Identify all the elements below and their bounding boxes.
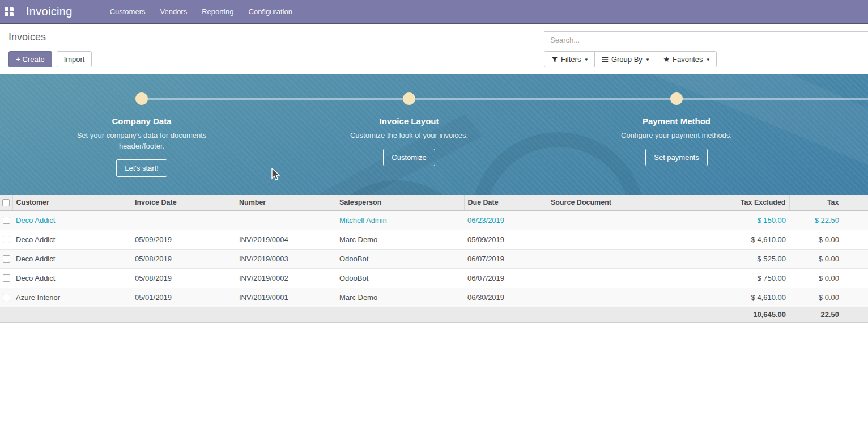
cell-customer: Deco Addict xyxy=(12,249,131,268)
favorites-button[interactable]: ★ Favorites ▾ xyxy=(656,51,717,67)
chevron-down-icon: ▾ xyxy=(707,57,710,62)
filters-button[interactable]: Filters ▾ xyxy=(544,51,595,67)
filter-icon xyxy=(551,56,558,63)
footer-total-due_date xyxy=(464,307,547,322)
cell-source_document xyxy=(547,249,692,268)
cell-spacer xyxy=(843,288,868,307)
column-header-source_document[interactable]: Source Document xyxy=(547,195,692,210)
step-title: Company Data xyxy=(51,116,232,126)
cell-select[interactable] xyxy=(0,268,12,288)
cell-invoice_date: 05/08/2019 xyxy=(131,249,236,268)
cell-salesperson: Marc Demo xyxy=(336,288,464,307)
app-title[interactable]: Invoicing xyxy=(26,5,73,18)
onboarding-step-payment-method: Payment Method Configure your payment me… xyxy=(586,74,767,166)
cell-tax_excluded: $ 4,610.00 xyxy=(692,288,789,307)
cell-salesperson: OdooBot xyxy=(336,249,464,268)
cell-spacer xyxy=(843,230,868,249)
cell-tax: $ 0.00 xyxy=(789,230,843,249)
cell-select[interactable] xyxy=(0,249,12,268)
onboarding-step-invoice-layout: Invoice Layout Customize the look of you… xyxy=(318,74,500,166)
step-dot-icon xyxy=(670,92,683,105)
cell-tax_excluded: $ 150.00 xyxy=(692,210,789,230)
footer-total-source_document xyxy=(547,307,692,322)
cell-invoice_date: 05/08/2019 xyxy=(131,268,236,288)
column-header-invoice_date[interactable]: Invoice Date xyxy=(131,195,236,210)
menu-customers[interactable]: Customers xyxy=(104,0,151,23)
cell-due_date: 06/23/2019 xyxy=(464,210,547,230)
invoice-row[interactable]: Deco Addict05/09/2019INV/2019/0004Marc D… xyxy=(0,230,868,249)
step-title: Invoice Layout xyxy=(318,116,500,126)
step-description: Set your company's data for documents he… xyxy=(51,130,232,152)
step-dot-icon xyxy=(403,92,415,105)
select-all-header[interactable] xyxy=(0,195,12,210)
step-description: Configure your payment methods. xyxy=(586,130,767,141)
cell-select[interactable] xyxy=(0,230,12,249)
cell-due_date: 06/07/2019 xyxy=(464,268,547,288)
apps-menu-icon[interactable] xyxy=(5,7,14,16)
cell-source_document xyxy=(547,230,692,249)
cell-spacer xyxy=(843,268,868,288)
page-title: Invoices xyxy=(8,31,46,43)
cell-salesperson: Marc Demo xyxy=(336,230,464,249)
footer-total-select xyxy=(0,307,12,322)
cell-tax: $ 0.00 xyxy=(789,268,843,288)
onboarding-banner: Company Data Set your company's data for… xyxy=(0,74,868,195)
cell-tax: $ 0.00 xyxy=(789,249,843,268)
cell-source_document xyxy=(547,210,692,230)
step-description: Customize the look of your invoices. xyxy=(318,130,500,141)
row-checkbox[interactable] xyxy=(3,294,10,301)
row-checkbox[interactable] xyxy=(3,236,10,243)
cell-invoice_date xyxy=(131,210,236,230)
footer-total-spacer xyxy=(843,307,868,322)
cell-source_document xyxy=(547,268,692,288)
cell-number: INV/2019/0001 xyxy=(236,288,336,307)
search-input[interactable] xyxy=(544,31,868,48)
menu-configuration[interactable]: Configuration xyxy=(243,0,298,23)
set-payments-button[interactable]: Set payments xyxy=(645,149,708,166)
onboarding-step-company-data: Company Data Set your company's data for… xyxy=(51,74,232,177)
control-panel: Invoices +Create Import Filters ▾ Group … xyxy=(0,24,868,74)
column-header-customer[interactable]: Customer xyxy=(12,195,131,210)
cell-select[interactable] xyxy=(0,288,12,307)
footer-total-invoice_date xyxy=(131,307,236,322)
column-header-salesperson[interactable]: Salesperson xyxy=(336,195,464,210)
footer-total-tax: 22.50 xyxy=(789,307,843,322)
menu-vendors[interactable]: Vendors xyxy=(155,0,193,23)
footer-total-salesperson xyxy=(336,307,464,322)
step-title: Payment Method xyxy=(586,116,767,126)
invoice-row[interactable]: Deco AddictMitchell Admin06/23/2019$ 150… xyxy=(0,210,868,230)
plus-icon: + xyxy=(16,55,20,64)
cell-salesperson: OdooBot xyxy=(336,268,464,288)
column-header-number[interactable]: Number xyxy=(236,195,336,210)
column-header-tax[interactable]: Tax xyxy=(789,195,843,210)
row-checkbox[interactable] xyxy=(3,274,10,282)
menu-reporting[interactable]: Reporting xyxy=(196,0,239,23)
column-header-spacer[interactable] xyxy=(843,195,868,210)
cell-select[interactable] xyxy=(0,210,12,230)
cell-customer: Deco Addict xyxy=(12,268,131,288)
create-button[interactable]: +Create xyxy=(8,51,52,67)
step-dot-icon xyxy=(135,92,148,105)
column-header-due_date[interactable]: Due Date xyxy=(464,195,547,210)
invoice-list-table: CustomerInvoice DateNumberSalespersonDue… xyxy=(0,195,868,323)
cell-due_date: 05/09/2019 xyxy=(464,230,547,249)
cell-tax: $ 0.00 xyxy=(789,288,843,307)
import-button[interactable]: Import xyxy=(57,51,92,67)
column-header-tax_excluded[interactable]: Tax Excluded xyxy=(692,195,789,210)
invoice-row[interactable]: Deco Addict05/08/2019INV/2019/0003OdooBo… xyxy=(0,249,868,268)
cell-due_date: 06/07/2019 xyxy=(464,249,547,268)
invoice-row[interactable]: Deco Addict05/08/2019INV/2019/0002OdooBo… xyxy=(0,268,868,288)
select-all-checkbox[interactable] xyxy=(2,199,10,206)
invoice-row[interactable]: Azure Interior05/01/2019INV/2019/0001Mar… xyxy=(0,288,868,307)
footer-total-customer xyxy=(12,307,131,322)
row-checkbox[interactable] xyxy=(3,255,10,263)
table-header-row: CustomerInvoice DateNumberSalespersonDue… xyxy=(0,195,868,210)
lets-start-button[interactable]: Let's start! xyxy=(116,159,167,177)
footer-total-number xyxy=(236,307,336,322)
cell-tax: $ 22.50 xyxy=(789,210,843,230)
cell-number xyxy=(236,210,336,230)
cell-tax_excluded: $ 750.00 xyxy=(692,268,789,288)
row-checkbox[interactable] xyxy=(3,217,10,224)
group-by-button[interactable]: Group By ▾ xyxy=(594,51,656,67)
customize-button[interactable]: Customize xyxy=(383,149,435,166)
